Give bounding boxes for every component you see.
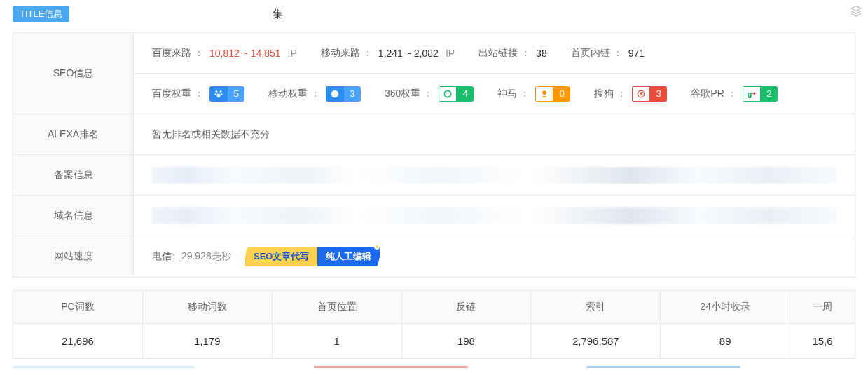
google-icon: g+ xyxy=(743,86,761,102)
weight-sogou[interactable]: 搜狗： 3 xyxy=(594,86,667,102)
weight-shenma[interactable]: 神马： 0 xyxy=(497,86,570,102)
svg-point-3 xyxy=(221,93,223,95)
domain-row: 域名信息 xyxy=(13,196,855,236)
alexa-value: 暂无排名或相关数据不充分 xyxy=(152,128,270,141)
shenma-icon xyxy=(535,86,553,102)
weight-mobile[interactable]: 移动权重： 3 xyxy=(268,86,361,102)
metric-innerlinks[interactable]: 首页内链： 971 xyxy=(571,47,645,60)
stats-col-mobile[interactable]: 移动词数 1,179 xyxy=(143,291,273,358)
svg-point-6 xyxy=(445,90,451,97)
page-title-fragment: 集 xyxy=(273,8,283,21)
title-badge: TITLE信息 xyxy=(13,6,69,22)
weight-baidu[interactable]: 百度权重： 5 xyxy=(152,86,244,102)
domain-redacted xyxy=(152,207,836,224)
stats-col-index[interactable]: 索引 2,796,587 xyxy=(531,291,661,358)
svg-point-5 xyxy=(331,90,339,97)
speed-isp: 电信： 29.928毫秒 xyxy=(152,250,231,263)
alexa-row-label: ALEXA排名 xyxy=(13,114,134,154)
domain-row-label: 域名信息 xyxy=(13,196,134,236)
beian-row-label: 备案信息 xyxy=(13,155,134,195)
footer-tabs-strip xyxy=(13,366,855,369)
stats-col-week[interactable]: 一周 15,6 xyxy=(790,291,855,358)
alexa-row: ALEXA排名 暂无排名或相关数据不充分 xyxy=(13,114,855,155)
seo-row: SEO信息 百度来路： 10,812 ~ 14,851IP 移动来路： 1,24… xyxy=(13,33,855,114)
beian-row: 备案信息 xyxy=(13,155,855,196)
metric-baidu-traffic[interactable]: 百度来路： 10,812 ~ 14,851IP xyxy=(152,47,297,60)
stats-col-backlink[interactable]: 反链 198 xyxy=(402,291,532,358)
baidu-mobile-icon xyxy=(326,86,344,102)
seo-traffic-cell: 百度来路： 10,812 ~ 14,851IP 移动来路： 1,241 ~ 2,… xyxy=(134,33,855,74)
svg-point-0 xyxy=(216,90,218,93)
weight-google[interactable]: 谷歌PR： g+2 xyxy=(691,86,777,102)
baidu-paw-icon xyxy=(209,86,228,102)
title-row: TITLE信息 集 xyxy=(0,0,868,28)
metric-outlinks[interactable]: 出站链接： 38 xyxy=(478,47,547,60)
stats-col-pc[interactable]: PC词数 21,696 xyxy=(13,291,143,358)
stats-col-home[interactable]: 首页位置 1 xyxy=(273,291,402,358)
layers-icon[interactable] xyxy=(850,4,862,17)
stats-table: PC词数 21,696 移动词数 1,179 首页位置 1 反链 198 索引 … xyxy=(13,290,855,359)
svg-point-7 xyxy=(542,90,546,95)
sogou-icon xyxy=(632,86,650,102)
seo-info-table: SEO信息 百度来路： 10,812 ~ 14,851IP 移动来路： 1,24… xyxy=(13,32,855,278)
weight-360[interactable]: 360权重： 4 xyxy=(385,86,474,102)
svg-point-4 xyxy=(217,93,221,97)
so360-icon xyxy=(439,86,457,102)
seo-row-label: SEO信息 xyxy=(13,33,134,114)
seo-weights-cell: 百度权重： 5 移动权重： 3 360权重： 4 神马： 0 搜狗： 3 xyxy=(134,74,855,114)
beian-redacted xyxy=(152,167,836,184)
svg-point-1 xyxy=(219,90,221,93)
svg-point-2 xyxy=(214,93,216,95)
metric-mobile-traffic[interactable]: 移动来路： 1,241 ~ 2,082IP xyxy=(321,47,455,60)
speed-row: 网站速度 电信： 29.928毫秒 SEO文章代写 纯人工编辑 xyxy=(13,236,855,277)
stats-col-24h[interactable]: 24小时收录 89 xyxy=(661,291,790,358)
promo-banner[interactable]: SEO文章代写 纯人工编辑 xyxy=(243,247,382,266)
speed-row-label: 网站速度 xyxy=(13,236,134,277)
